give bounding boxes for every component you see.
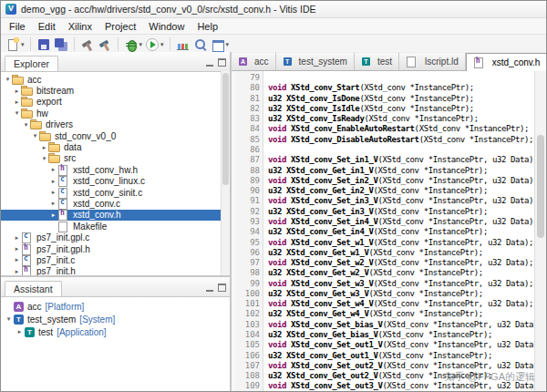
code-line: void XStd_conv_Set_w3_V(XStd_conv *Insta… <box>268 279 534 289</box>
expand-arrow-icon[interactable]: ▸ <box>49 211 57 219</box>
tree-item-hw[interactable]: ▾hw <box>1 108 230 119</box>
tree-item-xstd_conv.h[interactable]: ▸xstd_conv.h <box>1 210 230 221</box>
tree-item-src[interactable]: ▾src <box>1 153 230 164</box>
expand-arrow-icon[interactable]: ▸ <box>49 166 57 173</box>
expand-arrow-icon[interactable]: ▾ <box>4 76 12 83</box>
expand-arrow-icon[interactable]: ▾ <box>22 121 30 129</box>
editor-scrollbar[interactable] <box>534 71 546 391</box>
h-file-icon <box>21 244 34 254</box>
tree-item-ps7_init.gpl.c[interactable]: ▸ps7_init.gpl.c <box>1 232 230 242</box>
tree-item-xstd_conv_hw.h[interactable]: ▸xstd_conv_hw.h <box>1 164 230 175</box>
tree-item-xstd_conv.c[interactable]: ▸xstd_conv.c <box>1 198 230 209</box>
editor-tab-label: acc <box>254 57 269 67</box>
maximize-icon[interactable] <box>218 58 226 67</box>
tree-item-xstd_conv_sinit.c[interactable]: ▸xstd_conv_sinit.c <box>1 187 230 198</box>
keyword-token: u32 <box>268 114 282 123</box>
minimize-icon[interactable] <box>206 284 213 292</box>
expand-arrow-icon[interactable]: ▸ <box>13 268 21 275</box>
minimize-icon[interactable] <box>206 58 213 67</box>
system-icon: T <box>284 57 292 66</box>
expand-arrow-icon[interactable]: ▾ <box>13 109 21 117</box>
expand-arrow-icon[interactable]: ▸ <box>49 189 57 196</box>
window-button[interactable]: ▾ <box>210 36 231 53</box>
assistant-item-acc[interactable]: Aacc[Platform] <box>1 300 230 313</box>
dropdown-caret-icon[interactable]: ▾ <box>160 41 164 48</box>
expand-arrow-icon[interactable]: ▸ <box>13 234 21 242</box>
expand-arrow-icon[interactable]: ▸ <box>49 200 57 207</box>
run-button[interactable]: ▾ <box>144 36 165 53</box>
menu-help[interactable]: Help <box>191 20 224 33</box>
tree-item-acc[interactable]: ▾acc <box>1 74 230 85</box>
assistant-item-test[interactable]: ▸Ttest[Application] <box>1 325 230 338</box>
menu-file[interactable]: File <box>3 20 32 33</box>
assistant-list[interactable]: Aacc[Platform]▾Ttest_system[System]▸Ttes… <box>1 297 230 391</box>
function-name-token: XStd_conv_Set_w3_V <box>286 279 373 288</box>
function-name-token: XStd_conv_Set_out3_V <box>286 381 382 390</box>
tree-item-Makefile[interactable]: Makefile <box>1 221 230 232</box>
dropdown-caret-icon[interactable]: ▾ <box>139 41 143 48</box>
scrollbar-thumb[interactable] <box>222 73 229 185</box>
code-editor[interactable]: void XStd_conv_Start(XStd_conv *Instance… <box>263 71 534 391</box>
dropdown-caret-icon[interactable]: ▾ <box>21 41 25 48</box>
tree-item-std_conv_v0_0[interactable]: ▾std_conv_v0_0 <box>1 130 230 141</box>
expand-arrow-icon[interactable]: ▸ <box>13 256 21 263</box>
keyword-token: u32 <box>268 351 282 360</box>
menu-window[interactable]: Window <box>142 20 191 33</box>
tree-item-ps7_init.h[interactable]: ▸ps7_init.h <box>1 266 230 275</box>
expand-arrow-icon[interactable]: ▸ <box>49 178 57 185</box>
editor-tab-acc[interactable]: Aacc <box>232 53 276 70</box>
expand-arrow-icon[interactable]: ▸ <box>13 98 21 106</box>
assistant-view-tab[interactable]: Assistant <box>5 281 62 296</box>
line-number: 89 <box>236 176 260 186</box>
code-token: (XStd_conv *InstancePtr); <box>359 94 473 103</box>
keyword-token: void <box>268 135 286 144</box>
scrollbar-thumb[interactable] <box>537 135 544 237</box>
function-name-token: XStd_conv_Get_w1_V <box>282 248 368 257</box>
keyword-token: void <box>268 361 286 370</box>
editor-body: 7980818283848586878889909192939495969798… <box>232 71 546 391</box>
save-all-button[interactable] <box>53 36 69 53</box>
tree-item-label: std_conv_v0_0 <box>55 131 116 141</box>
function-name-token: XStd_conv_Set_in3_V <box>286 196 377 205</box>
menu-edit[interactable]: Edit <box>32 20 62 33</box>
explorer-view-tab[interactable]: Explorer <box>5 56 58 71</box>
tree-item-xstd_conv_linux.c[interactable]: ▸xstd_conv_linux.c <box>1 176 230 187</box>
explorer-scrollbar[interactable] <box>221 71 230 275</box>
expand-arrow-icon[interactable]: ▾ <box>31 132 39 139</box>
tree-item-drivers[interactable]: ▾drivers <box>1 119 230 130</box>
tree-item-bitstream[interactable]: ▸bitstream <box>1 85 230 96</box>
code-line: u32 XStd_conv_Get_w4_V(XStd_conv *Instan… <box>268 309 534 319</box>
expand-arrow-icon[interactable]: ▸ <box>13 245 21 253</box>
new-wizard-button[interactable]: ▾ <box>5 36 26 53</box>
profile-button[interactable] <box>175 36 191 53</box>
dropdown-caret-icon[interactable]: ▾ <box>226 41 230 48</box>
tree-item-ps7_init.gpl.h[interactable]: ▸ps7_init.gpl.h <box>1 243 230 254</box>
maximize-icon[interactable] <box>218 284 226 292</box>
tree-item-ps7_init.c[interactable]: ▸ps7_init.c <box>1 254 230 265</box>
save-button[interactable] <box>36 36 52 53</box>
editor-tab-test[interactable]: Ttest <box>355 53 399 70</box>
code-token: (XStd_conv *InstancePtr); <box>364 114 478 123</box>
editor-tab-xstd_conv.h[interactable]: xstd_conv.h× <box>466 53 547 71</box>
editor-tab-lscript.ld[interactable]: lscript.ld <box>399 53 466 70</box>
menu-project[interactable]: Project <box>98 20 142 33</box>
menu-xilinx[interactable]: Xilinx <box>62 20 98 33</box>
editor-tab-test_system[interactable]: Ttest_system <box>276 53 355 70</box>
line-number: 96 <box>236 248 260 258</box>
build-button[interactable] <box>79 36 96 53</box>
expand-arrow-icon[interactable]: ▸ <box>13 88 21 95</box>
run-icon <box>145 37 160 52</box>
expand-arrow-icon[interactable]: ▾ <box>40 155 48 162</box>
expand-arrow-icon[interactable]: ▾ <box>5 315 13 323</box>
tree-item-data[interactable]: ▸data <box>1 141 230 152</box>
build-all-button[interactable] <box>97 36 113 53</box>
debug-button[interactable]: ▾ <box>123 36 144 53</box>
function-name-token: XStd_conv_Set_out1_V <box>286 340 382 349</box>
assistant-item-test_system[interactable]: ▾Ttest_system[System] <box>1 313 230 325</box>
code-token: (XStd_conv *InstancePtr); <box>373 227 487 236</box>
explorer-tree[interactable]: ▾acc▸bitstream▸export▾hw▾drivers▾std_con… <box>1 72 230 275</box>
tree-item-export[interactable]: ▸export <box>1 97 230 108</box>
search-button[interactable] <box>192 36 209 53</box>
expand-arrow-icon[interactable]: ▸ <box>40 144 48 151</box>
expand-arrow-icon[interactable]: ▸ <box>15 328 24 335</box>
